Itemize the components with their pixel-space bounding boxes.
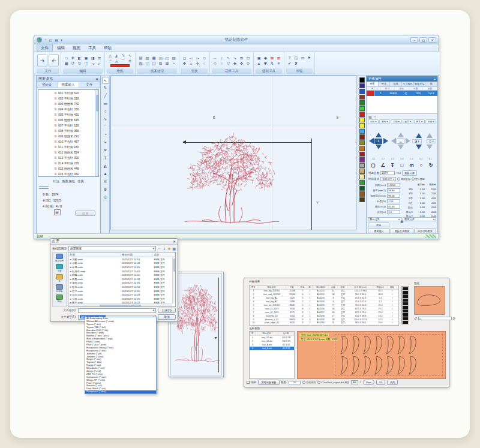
arrow-up-icon[interactable] [376,133,382,137]
ribbon-icon[interactable]: ⌒ [121,58,125,64]
ribbon-icon[interactable]: ⌂ [190,61,193,66]
filetype-dropdown-list[interactable]: All Embroidery FilesWilcom All-in-one (*… [85,317,157,394]
pie-icon[interactable]: ◔ [374,115,376,119]
ribbon-icon[interactable]: ◅ [190,55,193,61]
zoom-tool-icon[interactable]: ◎ [102,194,109,201]
thread-color-swatch[interactable] [359,83,365,89]
total-stitch-input[interactable] [380,171,395,175]
minimize-button[interactable]: – [410,37,418,43]
stitch-block-row[interactable]: ≋013 平包针 390 [54,155,98,160]
ribbon-icon[interactable]: ↺ [71,61,74,66]
tree-design-artwork[interactable] [169,130,292,230]
parameter-chip[interactable]: 速度 ▾ [403,119,413,124]
thread-color-swatch[interactable] [359,163,365,169]
record-highlight-button[interactable] [110,64,130,67]
thread-color-swatch[interactable] [359,123,365,128]
menu-item-3[interactable]: 工具 [85,44,100,51]
arrow-left-icon[interactable] [369,138,374,144]
leaf-shape[interactable] [406,335,420,355]
panel-tab-2[interactable]: 文件 [79,82,100,88]
ribbon-icon[interactable]: ↘ [233,55,236,61]
file-column-header[interactable]: 名称 [68,252,121,257]
arc-tool-icon[interactable]: ⌒ [102,124,109,131]
object-table-selected-row[interactable]: 1他他米红5201:0.4 [367,91,437,96]
arrow-right-icon[interactable] [383,138,388,144]
outline-icon[interactable]: ▢ [370,162,377,169]
ribbon-icon[interactable]: ▻ [98,61,101,66]
scrollbar-thumb[interactable] [173,258,175,272]
properties-tab-5[interactable]: 线 [425,82,437,86]
stitch-block-row[interactable]: ≋004 平包针 266 [54,106,98,112]
step-chip[interactable]: ◫ ▾ [427,139,436,143]
parameter-value[interactable]: 58.84 [387,188,400,193]
ribbon-icon[interactable]: ▨ [139,61,142,66]
ribbon-icon[interactable]: ▣ [84,55,88,61]
cancel-button[interactable]: 取消 [158,314,176,320]
thread-color-swatch[interactable] [359,186,365,191]
quick-access-icon[interactable]: ▤ [54,38,59,42]
check-column-header[interactable]: 用线(m) [373,285,388,289]
stitch-block-row[interactable]: ≋016 平包针 332 [54,171,98,176]
curve-tool-icon[interactable]: ∿ [102,116,109,123]
color-block-icon[interactable]: ▣ [54,209,61,215]
thread-color-swatch[interactable] [359,77,365,83]
layout-canvas[interactable]: 当前: leaf_20231207.dst 尺寸: 45.6 X 62.3 mm… [297,331,446,379]
leaf-shape[interactable] [406,356,420,375]
scissors-tool-icon[interactable]: ✂ [102,139,109,146]
ribbon-icon[interactable]: ↔ [213,55,217,61]
open-button[interactable]: 打开(O) [158,308,176,313]
stitch-block-row[interactable]: ≋002 平针块 318 [54,95,98,101]
ribbon-icon[interactable]: ◰ [165,55,169,61]
square-icon[interactable]: □ [398,162,406,169]
parameter-value[interactable]: +1200 [387,183,400,187]
stitch-block-row[interactable]: ≋001 平针块 520 [54,90,98,95]
ribbon-icon[interactable]: ▱ [109,58,112,64]
menu-item-2[interactable]: 视图 [69,44,84,51]
monogram-icon[interactable]: m [408,162,416,169]
option-save-path[interactable]: C:\out\leaf_export.dst 保存 [317,381,349,384]
properties-tab-0[interactable]: 图案 [367,82,379,86]
ribbon-icon[interactable]: ◬ [115,58,118,64]
file-row[interactable]: ▰凤凰.emb2023/12/7 14:38EMB 文件 [68,277,175,281]
ribbon-icon[interactable]: ⊞ [277,55,280,61]
pin-icon[interactable]: ▪ [434,77,436,81]
refresh-button[interactable]: 实时刷新校验 [258,380,279,385]
stitch-block-list[interactable]: ≋001 平针块 520≋002 平针块 318≋003 他他米 742≋004… [38,89,99,177]
thread-color-swatch[interactable] [359,140,365,146]
thread-color-swatch[interactable] [359,146,365,151]
ribbon-icon[interactable]: ✱ [264,61,267,66]
check-column-header[interactable]: 针数 [286,285,298,289]
check-column-header[interactable]: 条 [307,285,313,289]
ribbon-icon[interactable]: ▧ [172,55,175,61]
step-chip[interactable]: ◪ ▾ [412,139,422,143]
arrow-right-icon[interactable] [406,138,410,144]
object-color-swatch[interactable] [367,91,374,96]
pattern-file-list[interactable]: 序花样名称长X宽1tree_01.dst120 X 982tree_02.dst… [249,331,295,379]
check-column-header[interactable]: 花样编码 [313,285,329,289]
object-table-body[interactable] [367,96,437,114]
ribbon-icon[interactable]: ⊙ [247,61,250,66]
ribbon-icon[interactable]: ✉ [301,55,304,61]
ribbon-icon[interactable]: ✚ [71,55,74,61]
ribbon-icon[interactable]: ▤ [139,55,142,61]
ribbon-icon[interactable]: ✔ [288,61,291,66]
scrollbar-horizontal[interactable] [68,303,172,306]
print-button[interactable]: Print [363,380,374,385]
thread-color-swatch[interactable] [359,180,365,185]
ribbon-icon[interactable]: ◳ [158,55,162,61]
ribbon-icon[interactable]: ▣ [257,55,260,61]
ribbon-icon[interactable]: ◲ [152,61,155,66]
maximize-button[interactable]: ▢ [419,37,427,43]
arrow-down-icon[interactable] [376,145,382,149]
drop-anchor-icon[interactable]: ↧ [389,162,397,169]
recalculate-button[interactable]: 重新计算 [402,170,417,176]
stitch-block-row[interactable]: ≋007 平包针 128 [54,122,98,128]
parameter-value[interactable]: 1.50 [387,199,400,203]
properties-tab-3[interactable]: 尺寸修改 [402,82,414,86]
close-button[interactable]: ✕ [428,37,436,43]
parameter-chip[interactable]: 落针 ▾ [379,119,390,124]
thread-color-swatch[interactable] [359,175,365,180]
hatch-icon[interactable]: ▨ [368,115,372,119]
stitch-block-row[interactable]: ≋010 平包针 467 [54,139,98,144]
ribbon-icon[interactable]: ↻ [78,61,81,66]
